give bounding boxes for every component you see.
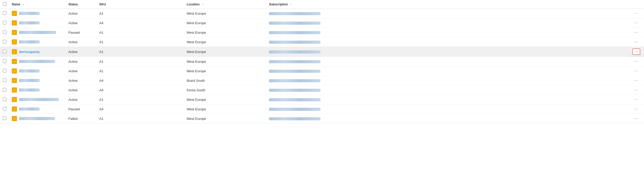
row-name-blurred: mgcapacit: [19, 79, 40, 82]
resource-icon: ⚡: [12, 97, 17, 102]
row-checkbox[interactable]: [3, 116, 6, 120]
more-actions-button[interactable]: ···: [633, 30, 640, 35]
row-location-cell: West Europe: [184, 114, 266, 123]
more-actions-button[interactable]: ···: [632, 49, 640, 55]
resource-icon: ⚡: [12, 68, 17, 74]
header-subscription[interactable]: Subscription ↑↓: [266, 0, 629, 9]
row-status: Paused: [68, 107, 80, 111]
row-name-blurred: a4cap: [19, 21, 40, 24]
location-sort-icon[interactable]: ↑↓: [201, 3, 204, 6]
row-status-cell: Active: [66, 95, 97, 104]
row-checkbox[interactable]: [3, 107, 6, 111]
more-actions-button[interactable]: ···: [633, 97, 640, 102]
row-status: Active: [68, 98, 77, 102]
row-name-cell: ⚡adem: [9, 37, 66, 47]
header-check[interactable]: [0, 0, 9, 9]
row-checkbox-cell: [0, 28, 9, 37]
row-subscription-blurred: subscription-name-blurred: [269, 50, 320, 53]
more-actions-button[interactable]: ···: [633, 116, 640, 121]
row-sku-cell: A4: [97, 85, 184, 95]
row-name-blurred: mgrencapty: [19, 88, 40, 92]
row-name-blurred: govencap: [19, 69, 40, 73]
row-name-cell: ⚡pbsautomationdowndomlat: [9, 95, 66, 104]
row-status-cell: Paused: [66, 28, 97, 37]
row-status-cell: Active: [66, 18, 97, 28]
row-status: Active: [68, 21, 77, 25]
row-sku-cell: A1: [97, 57, 184, 66]
row-subscription-cell: subscription-name-blurred: [266, 114, 629, 123]
resource-icon: ⚡: [12, 59, 17, 64]
row-subscription-cell: subscription-name-blurred: [266, 9, 629, 18]
row-subscription-blurred: subscription-name-blurred: [269, 108, 320, 111]
row-name-cell: ⚡a1capiterdowndom: [9, 57, 66, 66]
row-name-blurred: a1cap: [19, 12, 40, 15]
more-actions-button[interactable]: ···: [633, 59, 640, 64]
header-sku-label: SKU: [99, 3, 106, 6]
row-actions-cell: ···: [629, 104, 644, 114]
table-row: ⚡a1capiterdowndomActiveA1West Europesubs…: [0, 57, 644, 66]
table-row: ⚡a1capActiveA1West Europesubscription-na…: [0, 9, 644, 18]
row-subscription-blurred: subscription-name-blurred: [269, 89, 320, 92]
table-row: ⚡mgcapacitActiveA4Brazil Southsubscripti…: [0, 76, 644, 85]
row-status: Active: [68, 69, 77, 73]
row-sku-cell: A1: [97, 9, 184, 18]
row-subscription-blurred: subscription-name-blurred: [269, 41, 320, 44]
row-checkbox[interactable]: [3, 97, 6, 101]
row-location-cell: West Europe: [184, 37, 266, 47]
row-status-cell: Active: [66, 37, 97, 47]
row-status: Failed: [68, 117, 77, 121]
row-status-cell: Failed: [66, 114, 97, 123]
select-all-checkbox[interactable]: [3, 2, 6, 6]
row-checkbox[interactable]: [3, 69, 6, 73]
row-actions-cell: ···: [629, 28, 644, 37]
row-checkbox[interactable]: [3, 59, 6, 63]
resource-icon: ⚡: [12, 11, 17, 16]
row-status: Paused: [68, 31, 80, 34]
row-name-blurred: 1s1bt: [19, 107, 40, 111]
more-actions-button[interactable]: ···: [633, 20, 640, 26]
row-checkbox[interactable]: [3, 40, 6, 43]
row-checkbox[interactable]: [3, 21, 6, 24]
row-checkbox[interactable]: [3, 50, 6, 53]
row-checkbox[interactable]: [3, 11, 6, 15]
header-name[interactable]: Name ↑↓: [9, 0, 66, 9]
name-sort-icon[interactable]: ↑↓: [22, 3, 24, 6]
more-actions-button[interactable]: ···: [633, 87, 640, 93]
header-location[interactable]: Location ↑↓: [184, 0, 266, 9]
row-status-cell: Active: [66, 66, 97, 76]
header-actions: [629, 0, 644, 9]
row-status: Active: [68, 50, 77, 54]
row-actions-cell: ···: [629, 18, 644, 28]
row-checkbox[interactable]: [3, 30, 6, 34]
more-actions-button[interactable]: ···: [633, 68, 640, 74]
row-checkbox-cell: [0, 76, 9, 85]
header-name-label: Name: [12, 3, 20, 6]
row-name-cell: ⚡democapacity: [9, 47, 66, 57]
more-actions-button[interactable]: ···: [633, 78, 640, 83]
row-checkbox-cell: [0, 104, 9, 114]
table-row: ⚡tomscapacityn21to...FailedA1West Europe…: [0, 114, 644, 123]
row-sku-cell: A4: [97, 18, 184, 28]
table-row: ⚡ademActiveA1West Europesubscription-nam…: [0, 37, 644, 47]
row-checkbox-cell: [0, 85, 9, 95]
row-subscription-blurred: subscription-name-blurred: [269, 31, 320, 34]
row-checkbox[interactable]: [3, 78, 6, 82]
row-actions-cell: ···: [629, 37, 644, 47]
row-checkbox[interactable]: [3, 88, 6, 92]
more-actions-button[interactable]: ···: [633, 106, 640, 112]
row-sku-cell: A1: [97, 28, 184, 37]
more-actions-button[interactable]: ···: [633, 39, 640, 45]
row-checkbox-cell: [0, 47, 9, 57]
more-actions-button[interactable]: ···: [633, 11, 640, 16]
resource-icon: ⚡: [12, 49, 17, 54]
row-actions-cell: ···: [629, 9, 644, 18]
row-name-cell: ⚡tomscapacityn21to...: [9, 114, 66, 123]
row-name-blurred: pbsautomationdowndomlat: [19, 98, 59, 101]
row-location-cell: West Europe: [184, 95, 266, 104]
resource-icon: ⚡: [12, 39, 17, 44]
table-row: ⚡democapacityActiveA1West Europesubscrip…: [0, 47, 644, 57]
subscription-sort-icon[interactable]: ↑↓: [290, 3, 292, 6]
row-status-cell: Active: [66, 76, 97, 85]
table-row: ⚡govencapActiveA1West Europesubscription…: [0, 66, 644, 76]
row-name-link[interactable]: democapacity: [19, 50, 40, 54]
